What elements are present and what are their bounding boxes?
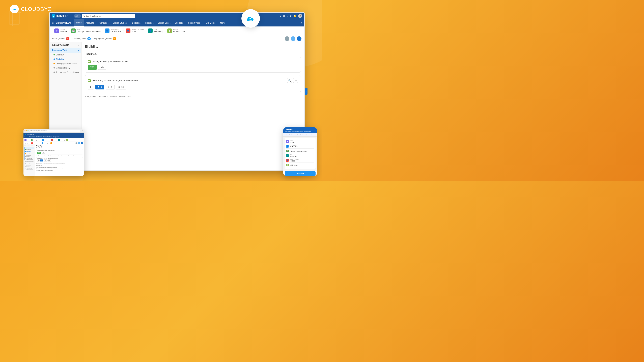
nav-projects[interactable]: Projects ▾: [143, 19, 156, 27]
main-content: Subject Visits (10) ⤢ Screening Visit ▴ …: [50, 42, 304, 170]
range-8-10-button[interactable]: 8 - 10: [116, 85, 126, 89]
mobile-ecrf-val: eCRF-12345: [290, 165, 298, 166]
chevron-down-icon: ▾: [108, 22, 109, 24]
mini-headline-2: Headline 2: [36, 165, 83, 166]
yes-button[interactable]: YES: [88, 65, 97, 70]
query-icon[interactable]: 🔍: [287, 78, 292, 83]
mini-ecrf-icon: 📋: [66, 139, 68, 141]
demographic-label: Demographic Information: [56, 62, 76, 64]
mini-open-badge: 5: [31, 142, 33, 144]
mini-reload-icon: ↻: [82, 130, 83, 131]
query-bar: Open Queries 05 Closed Queries 05 In pro…: [50, 35, 304, 42]
mobile-visit-label: Visit: [290, 154, 296, 155]
mini-nav-subjects: Subjects ▾: [54, 136, 59, 137]
mini-closed-q: Closed Queries 5: [34, 142, 43, 144]
nav-more[interactable]: More ▾: [218, 19, 228, 27]
answer-group-2: 0 2 - 4 4 - 8 8 - 10: [88, 85, 298, 89]
mobile-inv-val: Dr. Tim Barr: [290, 146, 298, 148]
mobile-visit-info: Visit Screening: [290, 154, 296, 157]
expand-icon[interactable]: ⤢: [78, 44, 79, 46]
info-button[interactable]: ℹ: [285, 36, 290, 41]
content-panel: Eligibility Headline 1 ✅ Have you used y…: [82, 42, 304, 170]
bc-site-label: Site: [77, 29, 100, 30]
sidebar-item-eligibility[interactable]: Eligibility: [50, 57, 81, 61]
mobile-study-label: Study: [290, 140, 294, 141]
search-all-label: All: [76, 15, 78, 17]
sidebar-item-demographic[interactable]: Demographic Information: [50, 61, 81, 66]
nav-clinical-sites[interactable]: Clinical Sites ▾: [156, 19, 173, 27]
screening-visit-header[interactable]: Screening Visit ▴: [50, 47, 81, 53]
status-dot-gray2: [54, 71, 55, 73]
avatar[interactable]: U: [298, 14, 302, 18]
mobile-study-val: Vx-659: [290, 141, 294, 143]
mini-nav-studies: Clinical Studies ▾: [43, 136, 52, 137]
search-input[interactable]: 🔍 Search Salesforce: [82, 14, 135, 18]
mini-lorem-3: Are you ready, active or normal daily ac…: [36, 168, 83, 169]
salesforce-topbar: ☁ CLOUD BYZ All ▾ 🔍 Search Salesforce ★ …: [50, 13, 304, 19]
mini-dot-gray3: [25, 163, 26, 164]
bc-investigator-label: Investigator: [111, 29, 122, 30]
nav-subject-visits[interactable]: Subject Visits ▾: [186, 19, 204, 27]
nav-clinical-studies[interactable]: Clinical Studies ▾: [111, 19, 130, 27]
nav-subjects[interactable]: Subjects ▾: [173, 19, 186, 27]
mini-s2-item2: Metabolic History: [24, 165, 34, 168]
mobile-site-icon: 🏥: [286, 150, 289, 152]
mini-bc-ecrf: 📋 eCRF-12345: [66, 139, 74, 141]
check-icon-2: ✅: [88, 79, 91, 82]
nav-budgets[interactable]: Budgets ▾: [130, 19, 143, 27]
star-icon[interactable]: ★: [279, 14, 281, 17]
sidebar-item-overview[interactable]: Overview: [50, 53, 81, 57]
mini-bc-subj: 👤 003523: [51, 139, 57, 141]
mini-q4-text: Have you used your reliever inhaler?: [36, 170, 83, 171]
mobile-proceed-button[interactable]: Proceed: [285, 171, 316, 176]
range-4-8-button[interactable]: 4 - 8: [106, 85, 115, 89]
overview-label: Overview: [56, 54, 64, 56]
chevron-down-icon: ▾: [183, 22, 184, 24]
in-progress-queries[interactable]: In progress Queries 05: [94, 37, 116, 40]
nav-collapse-icon[interactable]: ◁: [300, 21, 302, 24]
study-icon: ★: [54, 28, 59, 33]
bell-icon[interactable]: 🔔: [294, 14, 296, 17]
mini-question-2: How many 1st and 2nd degree family membe…: [36, 157, 83, 162]
help-icon[interactable]: ?: [287, 14, 288, 17]
mini-q1-text: ✓ Have you used your reliever inhaler?: [37, 150, 82, 151]
open-queries[interactable]: Open Queries 05: [52, 37, 69, 40]
settings-icon[interactable]: ⚙: [290, 14, 292, 17]
no-button[interactable]: NO: [98, 65, 106, 70]
nav-accounts[interactable]: Accounts ▾: [84, 19, 98, 27]
mobile-row-ecrf: 📋 eCRF eCRF-12345: [286, 163, 314, 167]
sidebar-item-metabolic[interactable]: Metabolic History: [50, 66, 81, 70]
therapy-label: Therapy and Cancer History: [56, 71, 79, 73]
mini-study-icon: ★: [24, 139, 26, 141]
prev-button[interactable]: ‹: [291, 36, 296, 41]
status-dot-blue: [54, 58, 55, 60]
nav-contacts[interactable]: Contacts ▾: [98, 19, 111, 27]
mini-lorem-2: Are you ready, active or normal daily ac…: [36, 163, 83, 164]
mini-check-1: ✓: [37, 150, 38, 151]
question-row-2: ✅ How many 1st and 2nd degree family mem…: [88, 78, 298, 83]
mini-open-q: Open Queries 5: [24, 142, 33, 144]
mobile-visit-icon: 👤: [286, 154, 289, 157]
chevron-down-icon: ▾: [225, 22, 226, 24]
eligibility-label: Eligibility: [56, 58, 64, 60]
mini-lorem-1: Hint Tip — Lorem ipsum dolor sit amet, i…: [36, 155, 83, 156]
nav-home[interactable]: Home: [74, 19, 84, 27]
next-button[interactable]: ›: [297, 36, 302, 41]
site-icon: 🏥: [71, 28, 76, 33]
search-all-dropdown[interactable]: All ▾: [74, 14, 81, 17]
mini-inprog-q: In progress 5: [45, 142, 52, 144]
grid-icon[interactable]: ⠿: [52, 21, 54, 25]
nav-site-visits[interactable]: Site Visits ▾: [204, 19, 218, 27]
topbar-actions: ★ ⊕ ? ⚙ 🔔 U: [279, 14, 302, 18]
question-actions: 🔍 ✏: [287, 78, 298, 83]
mini-bc-site: 🏥 Chicago Clinical: [31, 139, 41, 141]
sidebar-item-therapy[interactable]: Therapy and Cancer History: [50, 70, 81, 74]
mini-eligibility: Eligibility: [24, 150, 34, 152]
chevron-down-icon: ▾: [94, 22, 96, 24]
add-icon[interactable]: ⊕: [283, 14, 285, 17]
mini-nav-contacts: Contacts ▾: [36, 136, 42, 137]
edit-icon[interactable]: ✏: [293, 78, 298, 83]
range-2-4-button[interactable]: 2 - 4: [95, 85, 104, 89]
closed-queries[interactable]: Closed Queries 05: [72, 37, 91, 40]
range-0-button[interactable]: 0: [88, 85, 94, 89]
